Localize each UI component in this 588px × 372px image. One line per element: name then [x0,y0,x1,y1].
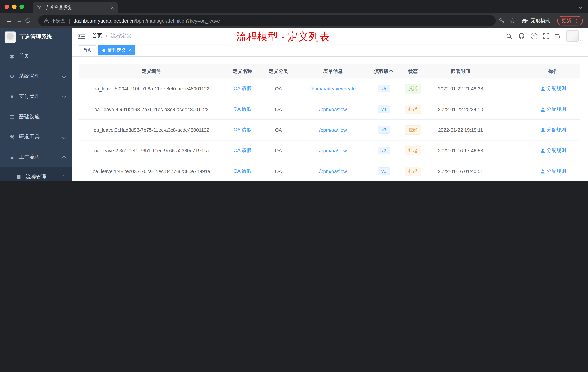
breadcrumb-separator: / [106,33,107,39]
zoom-window-button[interactable] [20,5,24,9]
version-badge: v3 [378,126,390,134]
assign-rule-button[interactable]: 分配规则 [540,106,566,113]
browser-update-button[interactable]: 更新 ⋮ [557,16,583,25]
form-info-link[interactable]: /bpm/oa/leave/create [310,86,356,91]
user-icon [540,127,545,132]
bookmark-star-icon[interactable]: ☆ [509,17,515,25]
user-icon [540,148,545,153]
breadcrumb-home[interactable]: 首页 [92,33,102,39]
active-dot [102,49,105,52]
sidebar-item-system-management[interactable]: ⚙ 系统管理 [0,66,72,86]
table-row: oa_leave:2:3c1f0ef1-76b1-11ec-9c66-a2380… [79,140,580,161]
navbar: 首页 / 流程定义 流程模型 - 定义列表 ? TT [72,28,588,44]
forward-button[interactable]: → [14,17,25,24]
github-icon[interactable] [518,33,525,39]
table-body: oa_leave:5:004b710b-7b8a-11ec-8ef0-acde4… [79,78,580,181]
column-header: 表单信息 [296,68,370,75]
process-list-icon: ≣ [14,174,23,180]
sidebar-item-dev-tools[interactable]: ⚒ 研发工具 [0,127,72,147]
fullscreen-icon[interactable] [543,33,549,39]
deploy-time: 2022-01-16 01:40:51 [428,168,493,174]
submenu-chevron-icon [62,155,66,159]
help-icon[interactable]: ? [531,33,537,39]
close-window-button[interactable] [5,5,9,9]
column-header: 状态 [398,68,428,75]
user-menu[interactable] [566,30,583,42]
incognito-badge: 无痕模式 [521,17,550,24]
app-logo[interactable]: 芋道管理系统 [0,28,72,46]
collapse-sidebar-icon[interactable] [78,33,85,39]
definition-id: oa_leave:1:482ec033-762a-11ec-8477-a2380… [79,168,224,174]
sidebar-menu: ◉ 首页 ⚙ 系统管理 ¥ 支付管理 ▤ 基础设施 ⚒ 研发工具 ▣ 工作流程 … [0,46,72,181]
version-badge: v2 [378,147,390,154]
definition-id: oa_leave:5:004b710b-7b8a-11ec-8ef0-acde4… [79,86,224,91]
definition-name-link[interactable]: OA 请假 [233,86,251,91]
assign-rule-button[interactable]: 分配规则 [540,147,566,154]
table-row: oa_leave:4:991f2193-7b7f-11ec-a3c8-acde4… [79,99,580,120]
search-icon[interactable] [506,33,512,39]
sidebar: 芋道管理系统 ◉ 首页 ⚙ 系统管理 ¥ 支付管理 ▤ 基础设施 ⚒ 研发工具 … [0,28,72,181]
definition-category: OA [261,148,296,153]
version-badge: v1 [378,167,390,175]
definition-id: oa_leave:2:3c1f0ef1-76b1-11ec-9c66-a2380… [79,148,224,153]
definition-category: OA [261,127,296,133]
sidebar-item-infrastructure[interactable]: ▤ 基础设施 [0,107,72,127]
app-title: 芋道管理系统 [20,33,52,41]
browser-menu-icon[interactable]: ⋮ [574,18,579,23]
status-badge: 挂起 [405,104,421,114]
form-info-link[interactable]: /bpm/oa/flow [319,127,347,133]
tag-close-icon[interactable]: × [128,47,131,53]
tags-view: 首页 流程定义 × [72,44,588,57]
sidebar-item-payment-management[interactable]: ¥ 支付管理 [0,86,72,107]
form-info-link[interactable]: /bpm/oa/flow [319,148,347,153]
address-bar[interactable]: 不安全 | dashboard.yudao.iocoder.cn /bpm/ma… [38,15,496,26]
workflow-icon: ▣ [8,154,17,160]
status-badge: 挂起 [405,166,421,176]
form-info-link[interactable]: /bpm/oa/flow [319,168,347,174]
table-row: oa_leave:5:004b710b-7b8a-11ec-8ef0-acde4… [79,78,580,99]
definition-category: OA [261,168,296,174]
sidebar-item-home[interactable]: ◉ 首页 [0,46,72,66]
deploy-time: 2022-01-22 19:19:11 [428,127,493,133]
tab-title: 芋道管理系统 [44,4,111,11]
definition-id: oa_leave:4:991f2193-7b7f-11ec-a3c8-acde4… [79,107,224,112]
status-badge: 激活 [405,84,421,93]
definition-name-link[interactable]: OA 请假 [233,127,251,132]
definition-category: OA [261,86,296,91]
definition-name-link[interactable]: OA 请假 [233,106,251,112]
assign-rule-button[interactable]: 分配规则 [540,127,566,133]
security-label[interactable]: 不安全 [52,17,65,24]
sidebar-item-workflow[interactable]: ▣ 工作流程 [0,147,72,167]
refresh-button[interactable] [25,18,35,24]
key-icon[interactable] [499,18,505,24]
new-tab-button[interactable]: + [123,3,127,11]
gear-icon: ⚙ [8,73,17,79]
assign-rule-button[interactable]: 分配规则 [540,168,566,175]
form-info-link[interactable]: /bpm/oa/flow [319,107,347,112]
user-avatar [566,30,578,42]
back-button[interactable]: ← [4,17,14,24]
tab-favicon-icon [37,5,42,10]
submenu-chevron-icon [62,175,66,178]
tag-process-definition[interactable]: 流程定义 × [98,45,135,55]
browser-tab-strip: 芋道管理系统 × + [0,0,588,13]
column-header: 定义分类 [261,68,296,75]
browser-toolbar: ← → 不安全 | dashboard.yudao.iocoder.cn /bp… [0,13,588,28]
user-icon [540,107,545,112]
minimize-window-button[interactable] [12,5,17,9]
assign-rule-button[interactable]: 分配规则 [540,85,566,92]
url-domain: dashboard.yudao.iocoder.cn [74,18,135,23]
column-header: 定义名称 [224,68,261,75]
content: 定义编号定义名称定义分类表单信息流程版本状态部署时间操作 oa_leave:5:… [72,57,588,181]
sidebar-item-process-management[interactable]: ≣ 流程管理 [0,167,72,181]
status-badge: 挂起 [405,125,421,135]
definition-name-link[interactable]: OA 请假 [233,148,251,153]
tag-home[interactable]: 首页 [79,45,96,55]
definition-name-link[interactable]: OA 请假 [233,168,251,174]
font-size-icon[interactable]: TT [555,33,560,39]
tab-search-chevron-icon[interactable] [579,5,583,9]
browser-tab[interactable]: 芋道管理系统 × [33,2,118,13]
tab-close-icon[interactable]: × [111,5,114,11]
breadcrumb-current: 流程定义 [111,33,132,39]
breadcrumb: 首页 / 流程定义 [92,33,131,39]
